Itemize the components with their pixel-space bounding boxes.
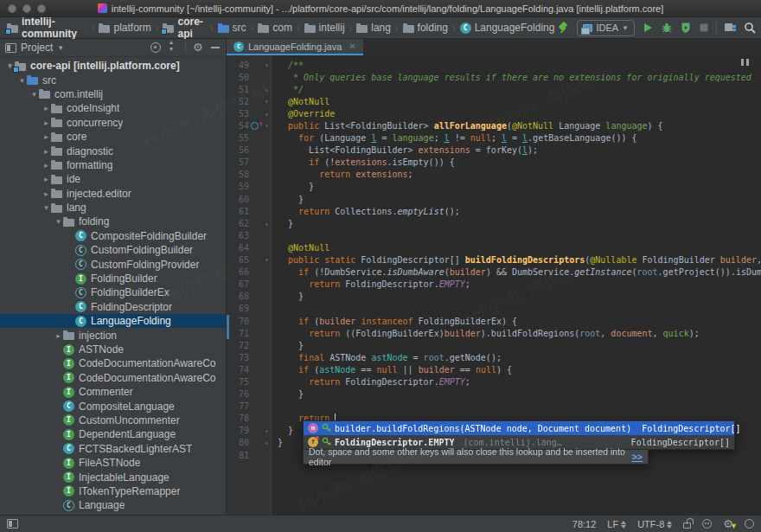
line-separator-select[interactable]: LF bbox=[607, 519, 626, 529]
tree-item-lang[interactable]: ▾lang bbox=[0, 201, 226, 215]
code-line-74[interactable]: 74 if (astNode == null || builder == nul… bbox=[227, 363, 761, 375]
code-line-67[interactable]: 67 return FoldingDescriptor.EMPTY; bbox=[227, 279, 761, 291]
code-line-58[interactable]: 58 return extensions; bbox=[227, 169, 761, 181]
tree-item-CustomFoldingBuilder[interactable]: CCustomFoldingBuilder bbox=[0, 243, 226, 257]
tree-expand-arrow[interactable]: ▾ bbox=[54, 217, 63, 226]
tree-expand-arrow[interactable]: ▸ bbox=[42, 119, 51, 127]
tree-item-FileASTNode[interactable]: IFileASTNode bbox=[0, 456, 226, 470]
tree-expand-arrow[interactable]: ▸ bbox=[42, 104, 51, 112]
lock-icon[interactable] bbox=[683, 522, 691, 529]
tree-item-InjectableLanguage[interactable]: IInjectableLanguage bbox=[0, 470, 226, 484]
breadcrumb-src[interactable]: src bbox=[216, 22, 248, 34]
breadcrumb-lang[interactable]: lang bbox=[355, 22, 393, 34]
update-gear-icon[interactable]: ⚙▼ bbox=[723, 518, 733, 529]
tree-item-FoldingDescriptor[interactable]: CFoldingDescriptor bbox=[0, 300, 226, 314]
code-line-72[interactable]: 72 } bbox=[227, 339, 761, 351]
tree-item-Language[interactable]: CLanguage bbox=[0, 498, 226, 512]
tree-item-CompositeLanguage[interactable]: CCompositeLanguage bbox=[0, 399, 226, 413]
tree-item-FoldingBuilder[interactable]: IFoldingBuilder bbox=[0, 272, 226, 285]
fold-marker-icon[interactable]: ▴ bbox=[262, 426, 272, 434]
encoding-select[interactable]: UTF-8 bbox=[637, 519, 672, 529]
tree-item-ITokenTypeRemapper[interactable]: IITokenTypeRemapper bbox=[0, 484, 226, 498]
code-line-60[interactable]: 60 } bbox=[227, 193, 761, 205]
completion-hint-link[interactable]: >> bbox=[632, 452, 643, 462]
code-line-52[interactable]: 52▾ @NotNull bbox=[227, 95, 761, 107]
fold-marker-icon[interactable]: ▾ bbox=[262, 61, 272, 69]
code-line-63[interactable]: 63 bbox=[227, 229, 761, 241]
code-line-77[interactable]: 77 bbox=[227, 401, 761, 413]
code-line-62[interactable]: 62▴ } bbox=[227, 217, 761, 229]
tree-item-concurrency[interactable]: ▸concurrency bbox=[0, 116, 226, 130]
close-tab-icon[interactable]: ✕ bbox=[349, 42, 355, 51]
fold-marker-icon[interactable]: ▴ bbox=[262, 220, 272, 228]
override-method-gutter-icon[interactable] bbox=[249, 120, 262, 132]
fold-marker-icon[interactable]: ▾ bbox=[262, 122, 272, 130]
breadcrumb-core-api[interactable]: core-api bbox=[161, 16, 207, 40]
code-line-66[interactable]: 66 if (!DumbService.isDumbAware(builder)… bbox=[227, 266, 761, 279]
tree-item-injection[interactable]: ▸injection bbox=[0, 328, 226, 342]
code-line-51[interactable]: 51▴ */ bbox=[227, 83, 761, 95]
build-hammer-icon[interactable] bbox=[556, 21, 570, 35]
tree-item-LanguageFolding[interactable]: CLanguageFolding bbox=[0, 314, 226, 328]
tree-item-CompositeFoldingBuilder[interactable]: CCompositeFoldingBuilder bbox=[0, 229, 226, 243]
inspections-hector-icon[interactable] bbox=[702, 519, 712, 529]
code-line-73[interactable]: 73 final ASTNode astNode = root.getNode(… bbox=[227, 351, 761, 363]
code-line-75[interactable]: 75 return FoldingDescriptor.EMPTY; bbox=[227, 375, 761, 388]
tab-languagefolding[interactable]: C LanguageFolding.java ✕ bbox=[227, 39, 363, 55]
fold-marker-icon[interactable]: ▴ bbox=[262, 110, 272, 118]
tree-expand-arrow[interactable]: ▾ bbox=[42, 203, 51, 212]
toolwindow-toggle-icon[interactable] bbox=[7, 519, 18, 529]
tree-item-CustomFoldingProvider[interactable]: CCustomFoldingProvider bbox=[0, 257, 226, 271]
breadcrumb-LanguageFolding[interactable]: CLanguageFolding bbox=[458, 22, 557, 34]
tree-item-CodeDocumentationAwareCo[interactable]: ICodeDocumentationAwareCo bbox=[0, 356, 226, 370]
cursor-position[interactable]: 78:12 bbox=[572, 519, 597, 529]
breadcrumb-com[interactable]: com bbox=[256, 22, 294, 34]
gear-icon[interactable]: ⚙ bbox=[193, 42, 203, 53]
breadcrumb-intellij[interactable]: intellij bbox=[303, 22, 347, 34]
collapse-all-icon[interactable] bbox=[168, 42, 178, 53]
code-line-68[interactable]: 68 } bbox=[227, 291, 761, 303]
tree-item-diagnostic[interactable]: ▸diagnostic bbox=[0, 144, 226, 157]
code-line-50[interactable]: 50 * Only queries base language results … bbox=[227, 71, 761, 83]
tree-item-codeInsight[interactable]: ▸codeInsight bbox=[0, 101, 226, 115]
code-line-59[interactable]: 59 } bbox=[227, 181, 761, 193]
tree-item-ide[interactable]: ▸ide bbox=[0, 172, 226, 186]
code-line-64[interactable]: 64 @NotNull bbox=[227, 241, 761, 253]
tree-item-ASTNode[interactable]: IASTNode bbox=[0, 343, 226, 356]
completion-item[interactable]: mbuilder.buildFoldRegions(ASTNode node, … bbox=[304, 421, 734, 435]
tree-item-com.intellij[interactable]: ▾com.intellij bbox=[0, 87, 226, 101]
tree-expand-arrow[interactable]: ▸ bbox=[42, 161, 51, 170]
code-line-71[interactable]: 71 return ((FoldingBuilderEx)builder).bu… bbox=[227, 327, 761, 339]
tree-item-Commenter[interactable]: ICommenter bbox=[0, 385, 226, 399]
tree-item-CustomUncommenter[interactable]: ICustomUncommenter bbox=[0, 413, 226, 427]
hide-panel-icon[interactable] bbox=[210, 42, 221, 53]
code-line-56[interactable]: 56 List<FoldingBuilder> extensions = for… bbox=[227, 144, 761, 157]
breadcrumb-intellij-community[interactable]: intellij-community bbox=[5, 16, 89, 40]
tree-item-FoldingBuilderEx[interactable]: CFoldingBuilderEx bbox=[0, 285, 226, 299]
tree-item-formatting[interactable]: ▸formatting bbox=[0, 158, 226, 172]
tree-expand-arrow[interactable]: ▸ bbox=[42, 189, 51, 198]
fold-marker-icon[interactable]: ▴ bbox=[262, 86, 272, 93]
tree-item-CodeDocumentationAwareCo[interactable]: ICodeDocumentationAwareCo bbox=[0, 371, 226, 385]
code-line-49[interactable]: 49▾ /** bbox=[227, 59, 761, 71]
code-line-70[interactable]: 70 if (builder instanceof FoldingBuilder… bbox=[227, 315, 761, 327]
locate-file-icon[interactable] bbox=[150, 42, 161, 53]
code-line-54[interactable]: 54▾ public List<FoldingBuilder> allForLa… bbox=[227, 119, 761, 131]
breadcrumb-folding[interactable]: folding bbox=[401, 22, 450, 34]
code-line-57[interactable]: 57 if (!extensions.isEmpty()) { bbox=[227, 157, 761, 169]
code-line-65[interactable]: 65▾ public static FoldingDescriptor[] bu… bbox=[227, 254, 761, 266]
tree-item-FCTSBackedLighterAST[interactable]: CFCTSBackedLighterAST bbox=[0, 442, 226, 456]
run-configuration-select[interactable]: IDEA ▼ bbox=[577, 20, 635, 36]
debug-bug-icon[interactable] bbox=[661, 22, 673, 34]
tree-expand-arrow[interactable]: ▸ bbox=[54, 331, 63, 340]
tree-item-core[interactable]: ▸core bbox=[0, 130, 226, 144]
run-button[interactable] bbox=[642, 22, 654, 34]
run-with-coverage-icon[interactable] bbox=[680, 22, 692, 34]
tree-item-folding[interactable]: ▾folding bbox=[0, 215, 226, 228]
chevron-down-icon[interactable]: ▼ bbox=[57, 44, 64, 52]
fold-marker-icon[interactable]: ▴ bbox=[262, 439, 272, 446]
code-line-76[interactable]: 76 } bbox=[227, 388, 761, 401]
project-tree[interactable]: ▾core-api [intellij.platform.core]▾src▾c… bbox=[0, 57, 226, 515]
tree-item-src[interactable]: ▾src bbox=[0, 73, 226, 87]
search-everywhere-icon[interactable] bbox=[744, 22, 756, 34]
